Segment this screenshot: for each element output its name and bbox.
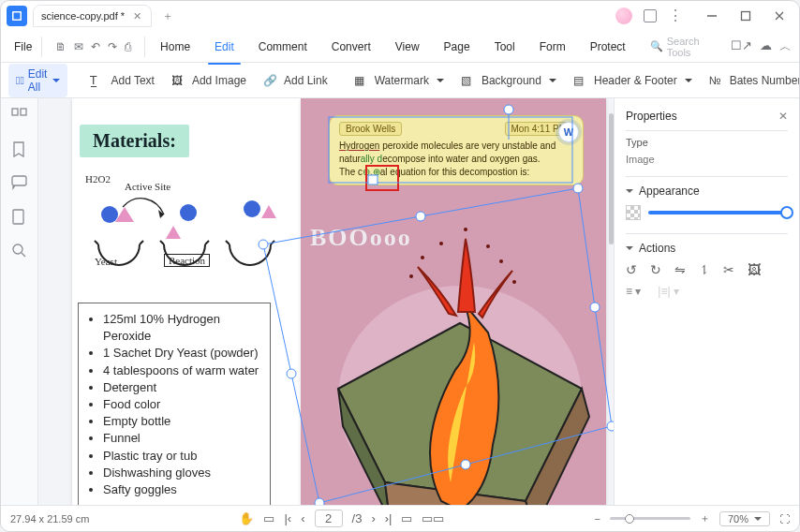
zoom-in-icon[interactable]: ＋ [700,511,710,525]
menu-tool[interactable]: Tool [483,35,526,59]
menu-comment[interactable]: Comment [247,35,319,59]
profile-avatar-icon[interactable] [615,7,632,24]
cloud-icon[interactable]: ☁ [760,38,772,55]
menu-convert[interactable]: Convert [320,35,382,59]
svg-marker-15 [166,226,181,239]
search-tools[interactable]: 🔍 Search Tools [644,33,721,61]
close-panel-icon[interactable]: ✕ [778,110,788,123]
pencil-icon: ✎⃝ [16,74,24,87]
svg-point-12 [101,206,118,223]
single-page-icon[interactable]: ▭ [401,511,412,525]
window-close-button[interactable] [765,7,793,25]
properties-title: Properties [626,110,677,123]
flip-h-icon[interactable]: ⇋ [674,262,686,277]
opacity-icon [626,205,641,220]
last-page-icon[interactable]: ›| [385,511,393,525]
comment-icon[interactable] [11,175,28,192]
bates-label: Bates Number [730,74,800,87]
replace-image-icon[interactable]: 🖼 [748,262,761,277]
document-tab[interactable]: science-copy.pdf * ✕ [33,5,152,27]
mail-icon[interactable]: ✉ [74,40,83,53]
word-badge-icon[interactable]: W [558,122,579,142]
background-dropdown[interactable]: ▧Background [457,70,560,91]
fit-page-icon[interactable]: ⛶ [779,513,790,525]
redo-icon[interactable]: ↷ [108,40,117,53]
collapse-ribbon-icon[interactable]: ︿ [779,38,792,55]
svg-marker-17 [261,205,276,218]
menu-page[interactable]: Page [433,35,481,59]
page-total: /3 [352,511,363,525]
materials-title: Materials: [80,125,189,157]
hand-tool-icon[interactable]: ✋ [239,511,254,525]
zoom-out-icon[interactable]: − [595,513,600,525]
diagram-label-active-site: Active Site [125,181,170,192]
bates-number-dropdown[interactable]: №Bates Number [705,70,800,91]
menu-edit[interactable]: Edit [203,35,245,59]
close-tab-icon[interactable]: ✕ [130,9,143,22]
titlebar-right-icons: ⋮ [615,7,683,24]
diagram-label-yeast: Yeast [95,256,117,267]
add-tab-button[interactable]: ＋ [157,6,178,26]
svg-point-26 [512,280,516,284]
opacity-slider[interactable] [648,211,788,214]
edit-all-dropdown[interactable]: ✎⃝ Edit All [8,64,67,97]
slider-thumb[interactable] [780,206,793,219]
scrollbar-thumb[interactable] [609,113,614,244]
add-text-button[interactable]: T̲Add Text [86,70,157,91]
add-link-button[interactable]: 🔗Add Link [259,70,332,91]
window-maximize-button[interactable] [732,7,760,25]
menu-form[interactable]: Form [528,35,577,59]
document-canvas[interactable]: ‹ Materials: [38,98,614,505]
menu-protect[interactable]: Protect [579,35,637,59]
header-footer-icon: ▤ [573,74,588,87]
save-icon[interactable]: 🗎 [55,40,67,53]
prev-page-icon[interactable]: ‹ [301,511,304,525]
share-icon[interactable] [644,9,657,22]
next-page-icon[interactable]: › [371,511,375,525]
svg-line-11 [22,253,25,257]
annotation-marker[interactable] [365,165,399,191]
actions-section[interactable]: Actions [626,233,788,255]
window-minimize-button[interactable] [698,7,726,25]
add-image-button[interactable]: 🖼Add Image [168,70,250,91]
app-window: science-copy.pdf * ✕ ＋ ⋮ File 🗎 ✉ ↶ ↷ ⎙ … [0,0,800,532]
rotate-left-icon[interactable]: ↺ [626,262,637,277]
undo-icon[interactable]: ↶ [91,40,100,53]
select-tool-icon[interactable]: ▭ [263,511,274,525]
zoom-slider-thumb[interactable] [625,514,634,524]
menu-view[interactable]: View [384,35,431,59]
header-footer-label: Header & Footer [594,74,677,87]
divider [41,37,42,57]
page-number-field[interactable]: 2 [315,510,343,527]
flip-v-icon[interactable]: ⥍ [699,262,710,277]
search-panel-icon[interactable] [11,243,28,259]
align-distribute-icon[interactable]: |≡| ▾ [658,285,679,298]
appearance-section[interactable]: Appearance [626,176,788,198]
two-page-icon[interactable]: ▭▭ [422,511,444,525]
background-label: Background [481,74,541,87]
zoom-slider[interactable] [610,517,690,520]
page-dimensions: 27.94 x 21.59 cm [10,513,89,525]
rotate-right-icon[interactable]: ↻ [650,262,661,277]
comment-note[interactable]: Brook Wells Mon 4:11 PM Hydrogen peroxid… [329,115,584,185]
align-left-icon[interactable]: ≡ ▾ [626,285,641,298]
header-footer-dropdown[interactable]: ▤Header & Footer [570,70,696,91]
menu-home[interactable]: Home [149,35,201,59]
more-icon[interactable]: ⋮ [668,8,683,23]
crop-icon[interactable]: ✂ [723,262,734,277]
svg-point-10 [13,244,22,254]
zoom-dropdown[interactable]: 70% [719,511,770,526]
document-page-left: Materials: [72,98,329,505]
open-external-icon[interactable]: ☐↗ [731,38,752,55]
scrollbar-track[interactable] [608,98,614,505]
print-icon[interactable]: ⎙ [125,40,131,53]
first-page-icon[interactable]: |‹ [284,511,291,525]
list-item: Food color [103,396,260,413]
attachment-icon[interactable] [11,209,28,226]
thumbnails-icon[interactable] [11,108,28,125]
bookmark-icon[interactable] [11,141,28,158]
menu-file[interactable]: File [8,37,37,57]
watermark-dropdown[interactable]: ▦Watermark [350,70,448,91]
svg-point-24 [499,259,503,263]
svg-point-22 [464,228,467,231]
